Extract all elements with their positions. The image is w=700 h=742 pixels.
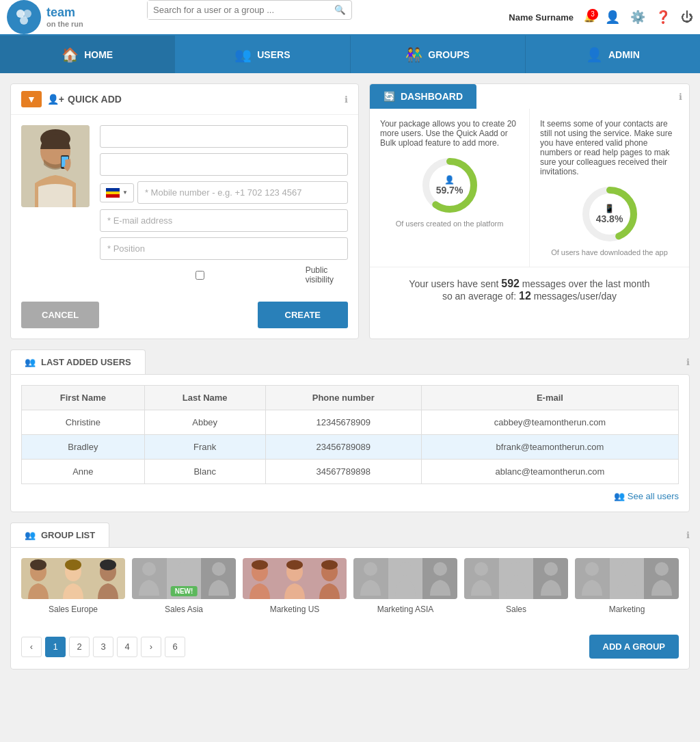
public-visibility-checkbox[interactable] bbox=[100, 271, 300, 280]
group-avatar bbox=[533, 558, 568, 599]
page-3-button[interactable]: 3 bbox=[93, 637, 113, 657]
col-email: E-mail bbox=[421, 386, 678, 410]
svg-point-36 bbox=[474, 562, 488, 576]
group-name: Marketing bbox=[609, 605, 645, 614]
nav-groups-label: GROUPS bbox=[428, 49, 470, 60]
settings-icon[interactable]: ⚙️ bbox=[630, 10, 645, 25]
pagination: ‹ 1 2 3 4 › 6 bbox=[21, 637, 185, 657]
page-4-button[interactable]: 4 bbox=[117, 637, 137, 657]
quick-add-header: ▼ 👤+ QUICK ADD ℹ bbox=[11, 84, 358, 115]
country-selector[interactable]: ▼ bbox=[100, 183, 134, 202]
chart-created: 👤 59.7% Of users created on the platform bbox=[380, 155, 519, 228]
cancel-button[interactable]: CANCEL bbox=[21, 302, 99, 328]
msg-avg-suffix: messages/user/day bbox=[534, 291, 617, 302]
notification-bell[interactable]: 🔔 3 bbox=[584, 12, 595, 23]
page-2-button[interactable]: 2 bbox=[69, 637, 90, 657]
donut-downloaded-label: 📱 43.8% bbox=[596, 204, 623, 224]
msg-middle: messages over the last month bbox=[522, 278, 650, 289]
group-list-tab: 👥 GROUP LIST bbox=[10, 522, 109, 547]
group-card[interactable]: NEW!Sales Asia bbox=[132, 558, 236, 614]
group-card[interactable]: Marketing US bbox=[243, 558, 347, 614]
msg-avg-prefix: so an average of: bbox=[442, 291, 516, 302]
col-last-name: Last Name bbox=[144, 386, 265, 410]
quick-add-info-icon[interactable]: ℹ bbox=[345, 94, 348, 105]
cell-email: cabbey@teamontherun.com bbox=[421, 410, 678, 435]
group-name: Marketing ASIA bbox=[377, 605, 434, 614]
create-button[interactable]: CREATE bbox=[258, 302, 348, 328]
last-added-title: LAST ADDED USERS bbox=[41, 357, 131, 367]
table-row: BradleyFrank23456789089bfrank@teamonther… bbox=[22, 435, 679, 460]
users-section-icon: 👥 bbox=[25, 357, 36, 367]
position-input[interactable] bbox=[100, 237, 348, 260]
group-name: Marketing US bbox=[270, 605, 320, 614]
group-card[interactable]: Marketing bbox=[575, 558, 679, 614]
username-display: Name Surname bbox=[509, 12, 574, 23]
users-icon-see-all: 👥 bbox=[614, 491, 625, 501]
help-icon[interactable]: ❓ bbox=[656, 10, 671, 25]
public-visibility-label: Public visibility bbox=[306, 265, 348, 284]
group-avatar bbox=[575, 558, 610, 599]
last-name-input[interactable]: Gurcan bbox=[100, 153, 348, 176]
group-list-header: 👥 GROUP LIST ℹ bbox=[10, 522, 690, 547]
cell-email: ablanc@teamontherun.com bbox=[421, 460, 678, 484]
user-photo bbox=[21, 125, 90, 207]
add-group-button[interactable]: ADD A GROUP bbox=[589, 635, 679, 659]
see-all-users-link[interactable]: See all users bbox=[628, 491, 679, 501]
col-phone: Phone number bbox=[265, 386, 421, 410]
header-right: Name Surname 🔔 3 👤 ⚙️ ❓ ⏻ bbox=[502, 0, 700, 34]
group-card[interactable]: Sales Europe bbox=[21, 558, 125, 614]
last-added-section: 👥 LAST ADDED USERS ℹ First Name Last Nam… bbox=[10, 349, 690, 512]
power-icon[interactable]: ⏻ bbox=[681, 10, 693, 25]
nav-home[interactable]: 🏠 HOME bbox=[0, 36, 175, 73]
nav-users[interactable]: 👥 USERS bbox=[175, 36, 350, 73]
logo-icon bbox=[7, 0, 41, 34]
search-button[interactable]: 🔍 bbox=[329, 1, 351, 19]
last-added-info-icon[interactable]: ℹ bbox=[686, 357, 690, 367]
group-card[interactable]: Marketing ASIA bbox=[353, 558, 457, 614]
group-name: Sales Asia bbox=[165, 605, 203, 614]
table-row: ChristineAbbey12345678909cabbey@teamonth… bbox=[22, 410, 679, 435]
group-list-section: 👥 GROUP LIST ℹ Sales Europe bbox=[10, 522, 690, 670]
form-actions: CANCEL CREATE bbox=[11, 295, 358, 339]
group-avatar bbox=[644, 558, 679, 599]
pagination-row: ‹ 1 2 3 4 › 6 ADD A GROUP bbox=[21, 624, 679, 659]
first-name-input[interactable]: Eric bbox=[100, 125, 348, 148]
svg-point-20 bbox=[100, 559, 116, 570]
nav-groups[interactable]: 👫 GROUPS bbox=[351, 36, 526, 73]
group-card[interactable]: Sales bbox=[464, 558, 568, 614]
last-added-tab: 👥 LAST ADDED USERS bbox=[10, 349, 146, 374]
page-prev-button[interactable]: ‹ bbox=[21, 637, 42, 657]
filter-icon[interactable]: ▼ bbox=[21, 91, 42, 107]
table-row: AnneBlanc34567789898ablanc@teamontherun.… bbox=[22, 460, 679, 484]
phone-input[interactable] bbox=[137, 181, 348, 204]
donut-created: 👤 59.7% bbox=[419, 155, 481, 216]
donut-downloaded: 📱 43.8% bbox=[579, 183, 641, 245]
group-avatar bbox=[243, 558, 278, 599]
svg-point-2 bbox=[20, 16, 28, 25]
nav-admin[interactable]: 👤 ADMIN bbox=[526, 36, 700, 73]
quick-add-body: Eric Gurcan ▼ Public visibility bbox=[11, 115, 358, 295]
home-icon: 🏠 bbox=[62, 47, 79, 63]
stat-created-text: Your package allows you to create 20 mor… bbox=[380, 119, 519, 148]
group-avatars bbox=[243, 558, 347, 599]
page-6-button[interactable]: 6 bbox=[165, 637, 185, 657]
dashboard-info-icon[interactable]: ℹ bbox=[672, 85, 689, 109]
svg-point-21 bbox=[142, 562, 156, 576]
page-next-button[interactable]: › bbox=[141, 637, 161, 657]
group-avatar bbox=[201, 558, 236, 599]
search-area: 🔍 bbox=[140, 0, 502, 34]
add-user-icon: 👤+ bbox=[47, 94, 64, 105]
group-list-info-icon[interactable]: ℹ bbox=[686, 530, 690, 540]
page-1-button[interactable]: 1 bbox=[45, 637, 66, 657]
groups-icon: 👫 bbox=[405, 47, 422, 63]
user-icon[interactable]: 👤 bbox=[605, 10, 620, 25]
email-input[interactable] bbox=[100, 209, 348, 232]
group-avatar bbox=[132, 558, 167, 599]
group-avatar bbox=[90, 558, 125, 599]
dashboard-stats: Your package allows you to create 20 mor… bbox=[370, 109, 689, 267]
main-content: ▼ 👤+ QUICK ADD ℹ bbox=[0, 73, 700, 680]
group-avatar bbox=[499, 558, 534, 599]
search-input[interactable] bbox=[148, 1, 329, 19]
cell-email: bfrank@teamontherun.com bbox=[421, 435, 678, 460]
dashboard-tab[interactable]: 🔄 DASHBOARD bbox=[370, 84, 476, 109]
